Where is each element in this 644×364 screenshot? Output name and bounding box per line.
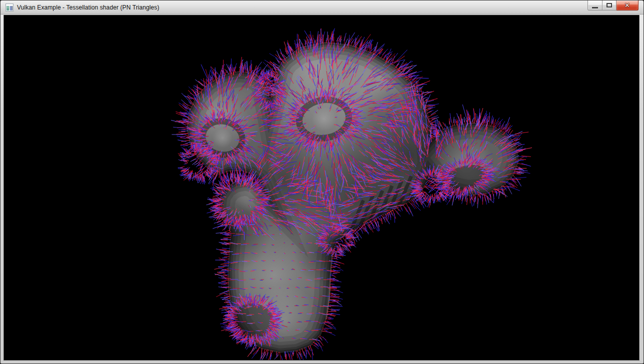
render-viewport[interactable] (4, 15, 640, 360)
maximize-button[interactable] (602, 0, 616, 10)
minimize-button[interactable] (588, 0, 602, 10)
maximize-icon (606, 3, 612, 8)
close-button[interactable]: ✕ (616, 0, 638, 10)
titlebar[interactable]: Vulkan Example - Tessellation shader (PN… (0, 0, 644, 14)
window-controls: ✕ (588, 0, 638, 10)
viewport-container (4, 15, 640, 360)
close-icon: ✕ (624, 1, 630, 10)
app-window: Vulkan Example - Tessellation shader (PN… (0, 0, 644, 364)
application-icon[interactable] (6, 4, 14, 12)
window-title: Vulkan Example - Tessellation shader (PN… (17, 4, 160, 11)
window-frame (0, 15, 644, 364)
minimize-icon (592, 7, 598, 8)
